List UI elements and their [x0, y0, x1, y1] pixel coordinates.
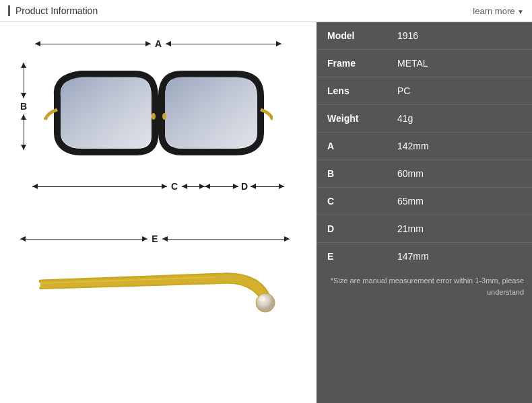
spec-value: PC — [391, 77, 532, 104]
spec-row: Model1916 — [317, 22, 532, 50]
dim-b-line-bottom — [24, 114, 24, 150]
spec-value: 41g — [391, 105, 532, 132]
left-diagram-panel: A B — [0, 22, 317, 403]
svg-point-0 — [152, 113, 156, 120]
dim-d-label: D — [238, 181, 251, 192]
spec-value: 147mm — [391, 243, 532, 270]
dim-b-label: B — [20, 98, 27, 114]
spec-value: METAL — [391, 50, 532, 77]
glasses-svg — [44, 59, 273, 180]
glasses-diagram: A B — [13, 29, 303, 224]
dim-a-line — [35, 44, 151, 44]
dim-e-line-left — [20, 239, 147, 240]
spec-row: B60mm — [317, 160, 532, 188]
dim-a-label: A — [151, 38, 166, 49]
spec-label: B — [317, 160, 391, 187]
arm-image — [34, 248, 303, 331]
svg-point-2 — [256, 293, 275, 312]
spec-label: D — [317, 215, 391, 242]
dim-b-line — [24, 63, 24, 98]
dim-d-line-right — [251, 186, 284, 187]
spec-row: FrameMETAL — [317, 50, 532, 77]
spec-table-panel: Model1916FrameMETALLensPCWeight41gA142mm… — [317, 22, 532, 403]
dim-c-label: C — [167, 181, 182, 192]
spec-label: Model — [317, 22, 391, 49]
dimension-cd-row: C D — [32, 181, 284, 192]
arm-diagram: E — [13, 224, 303, 359]
spec-row: E147mm — [317, 243, 532, 270]
spec-label: C — [317, 188, 391, 215]
spec-value: 1916 — [391, 22, 532, 49]
spec-note: *Size are manual measurement error withi… — [317, 270, 532, 303]
spec-value: 60mm — [391, 160, 532, 187]
spec-value: 142mm — [391, 133, 532, 159]
spec-row: C65mm — [317, 188, 532, 215]
spec-value: 65mm — [391, 188, 532, 215]
spec-value: 21mm — [391, 215, 532, 242]
dim-e-line-right — [162, 239, 290, 240]
arm-svg — [34, 248, 276, 328]
spec-label: Lens — [317, 77, 391, 104]
spec-row: A142mm — [317, 133, 532, 160]
product-info-header: Product Information learn more — [0, 0, 532, 22]
dim-a-line-right — [166, 44, 281, 44]
dim-c-line-right — [182, 186, 205, 187]
spec-label: Weight — [317, 105, 391, 132]
dimension-e-arrow: E — [20, 233, 290, 244]
dimension-b-arrow: B — [20, 63, 27, 150]
spec-row: D21mm — [317, 215, 532, 243]
glasses-image — [34, 52, 283, 187]
dim-c-line — [32, 186, 167, 187]
spec-label: A — [317, 133, 391, 159]
title-text: Product Information — [15, 5, 98, 16]
main-content: A B — [0, 22, 532, 403]
page-title: Product Information — [8, 5, 98, 16]
spec-label: E — [317, 243, 391, 270]
dimension-a-arrow: A — [35, 38, 281, 49]
spec-row: LensPC — [317, 77, 532, 105]
spec-row: Weight41g — [317, 105, 532, 133]
spec-label: Frame — [317, 50, 391, 77]
svg-point-1 — [162, 113, 166, 120]
dim-d-line — [205, 186, 238, 187]
dim-e-label: E — [147, 233, 162, 244]
spec-table: Model1916FrameMETALLensPCWeight41gA142mm… — [317, 22, 532, 270]
learn-more-button[interactable]: learn more — [473, 6, 524, 16]
